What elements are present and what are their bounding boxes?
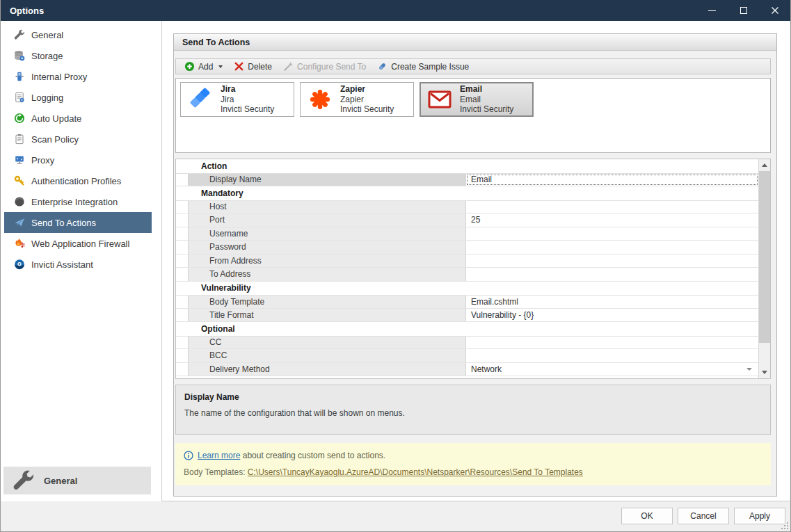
scrollbar-track[interactable] (759, 171, 770, 366)
grid-row-value[interactable] (466, 268, 758, 281)
add-icon (184, 61, 195, 72)
grid-row-value[interactable]: Network (466, 363, 758, 376)
arrow-up-icon (762, 163, 767, 167)
card-type: Jira (221, 95, 274, 105)
grid-row-value[interactable]: 25 (466, 213, 758, 227)
groupbox-body: AddDeleteConfigure Send ToCreate Sample … (174, 51, 776, 496)
grid-row-gutter (176, 296, 188, 308)
sidebar-item-invicti-assistant[interactable]: Invicti Assistant (4, 254, 152, 275)
internal-proxy-icon (13, 71, 25, 83)
sidebar-footer-general[interactable]: General (3, 467, 151, 494)
wrench-icon (13, 469, 35, 492)
logging-icon (13, 92, 25, 104)
main-panel: Send To Actions AddDeleteConfigure Send … (162, 21, 790, 501)
card-name: Jira (221, 84, 274, 95)
configure-send-to-button: Configure Send To (278, 59, 371, 74)
grid-row-label: From Address (188, 255, 466, 268)
scrollbar-thumb[interactable] (759, 171, 770, 343)
send-to-action-card-zapier[interactable]: ZapierZapierInvicti Security (300, 82, 414, 117)
grid-row-bcc[interactable]: BCC (176, 349, 758, 363)
scroll-up-button[interactable] (759, 159, 770, 171)
grid-row-label: BCC (188, 349, 466, 362)
add-button[interactable]: Add (179, 59, 228, 74)
sidebar-item-proxy[interactable]: Proxy (4, 150, 152, 170)
cancel-button[interactable]: Cancel (678, 508, 729, 524)
sidebar-item-scan-policy[interactable]: Scan Policy (4, 129, 152, 150)
sidebar-item-label: Scan Policy (31, 134, 79, 145)
grid-row-gutter (176, 268, 188, 281)
grid-row-delivery-method[interactable]: Delivery MethodNetwork (176, 363, 758, 377)
grid-row-display-name[interactable]: Display NameEmail (176, 173, 758, 187)
delete-button[interactable]: Delete (228, 59, 278, 74)
grid-row-value[interactable] (466, 255, 758, 268)
sidebar-item-internal-proxy[interactable]: Internal Proxy (4, 66, 152, 87)
sidebar-item-enterprise-integration[interactable]: Enterprise Integration (4, 191, 152, 212)
card-vendor: Invicti Security (460, 104, 513, 115)
create-sample-issue-button[interactable]: Create Sample Issue (371, 59, 474, 74)
grid-row-username[interactable]: Username (176, 227, 758, 241)
storage-icon (13, 50, 25, 62)
grid-row-value-text: Network (471, 364, 502, 374)
grid-row-value-text: 25 (471, 215, 480, 225)
resize-grip-icon[interactable] (781, 522, 788, 529)
close-button[interactable] (759, 0, 790, 21)
auto-update-icon (13, 113, 25, 124)
apply-button[interactable]: Apply (734, 508, 785, 524)
grid-category-optional: Optional (176, 322, 758, 336)
body-templates-path-link[interactable]: C:\Users\TuncayKayaoglu.AzureAD\Document… (248, 467, 583, 477)
sidebar-item-web-application-firewall[interactable]: Web Application Firewall (4, 233, 152, 254)
grid-row-value[interactable] (466, 349, 758, 362)
grid-row-gutter (176, 309, 188, 322)
grid-row-cc[interactable]: CC (176, 336, 758, 350)
sidebar-item-general[interactable]: General (4, 24, 152, 45)
scroll-down-button[interactable] (759, 366, 770, 378)
learn-more-link[interactable]: Learn more (198, 451, 240, 460)
grid-row-value[interactable] (466, 241, 758, 254)
grid-row-body-template[interactable]: Body TemplateEmail.cshtml (176, 295, 758, 309)
sidebar-item-label: Auto Update (31, 113, 81, 124)
card-texts: ZapierZapierInvicti Security (340, 84, 394, 115)
sidebar-item-label: Invicti Assistant (31, 259, 93, 270)
property-grid-rows: ActionDisplay NameEmailMandatoryHostPort… (176, 159, 758, 378)
sidebar-item-authentication-profiles[interactable]: Authentication Profiles (4, 170, 152, 191)
sidebar-item-send-to-actions[interactable]: Send To Actions (4, 212, 152, 233)
minimize-button[interactable] (696, 0, 728, 21)
maximize-icon (740, 7, 747, 14)
grid-row-from-address[interactable]: From Address (176, 255, 758, 268)
info-line-learn-more: Learn more about creating custom send to… (184, 451, 762, 460)
grid-row-host[interactable]: Host (176, 200, 758, 214)
content-row: GeneralStorageInternal ProxyLoggingAuto … (1, 21, 790, 501)
grid-row-value[interactable] (466, 227, 758, 241)
sidebar-item-storage[interactable]: Storage (4, 45, 152, 66)
grid-row-value[interactable]: Email.cshtml (466, 296, 758, 308)
grid-row-value[interactable]: Vulnerability - {0} (466, 309, 758, 322)
grid-row-port[interactable]: Port25 (176, 213, 758, 227)
grid-row-to-address[interactable]: To Address (176, 268, 758, 282)
titlebar: Options (1, 0, 790, 21)
grid-row-value[interactable]: Email (466, 174, 758, 186)
sidebar-items: GeneralStorageInternal ProxyLoggingAuto … (1, 24, 161, 275)
grid-row-value[interactable] (466, 337, 758, 349)
send-to-action-card-email[interactable]: EmailEmailInvicti Security (420, 82, 534, 117)
proxy-icon (13, 154, 25, 166)
grid-row-title-format[interactable]: Title FormatVulnerability - {0} (176, 309, 758, 323)
ok-button[interactable]: OK (621, 508, 673, 524)
vertical-scrollbar[interactable] (758, 159, 770, 378)
footer-buttons: OKCancelApply (621, 508, 785, 524)
grid-row-password[interactable]: Password (176, 241, 758, 255)
sidebar-item-auto-update[interactable]: Auto Update (4, 108, 152, 129)
grid-row-value[interactable] (466, 201, 758, 213)
info-icon (184, 451, 193, 460)
close-icon (771, 6, 779, 15)
sidebar-item-label: Internal Proxy (31, 72, 87, 82)
info-bar: Learn more about creating custom send to… (175, 443, 771, 485)
grid-row-gutter (176, 349, 188, 362)
maximize-button[interactable] (728, 0, 759, 21)
grid-category-action: Action (176, 159, 758, 173)
window-controls (696, 0, 790, 21)
sidebar-item-logging[interactable]: Logging (4, 87, 152, 108)
send-to-actions-list: JiraJiraInvicti SecurityZapierZapierInvi… (175, 78, 771, 153)
send-to-action-card-jira[interactable]: JiraJiraInvicti Security (180, 82, 294, 117)
combobox-arrow-icon[interactable] (746, 368, 752, 371)
grid-row-label: Delivery Method (188, 363, 466, 376)
